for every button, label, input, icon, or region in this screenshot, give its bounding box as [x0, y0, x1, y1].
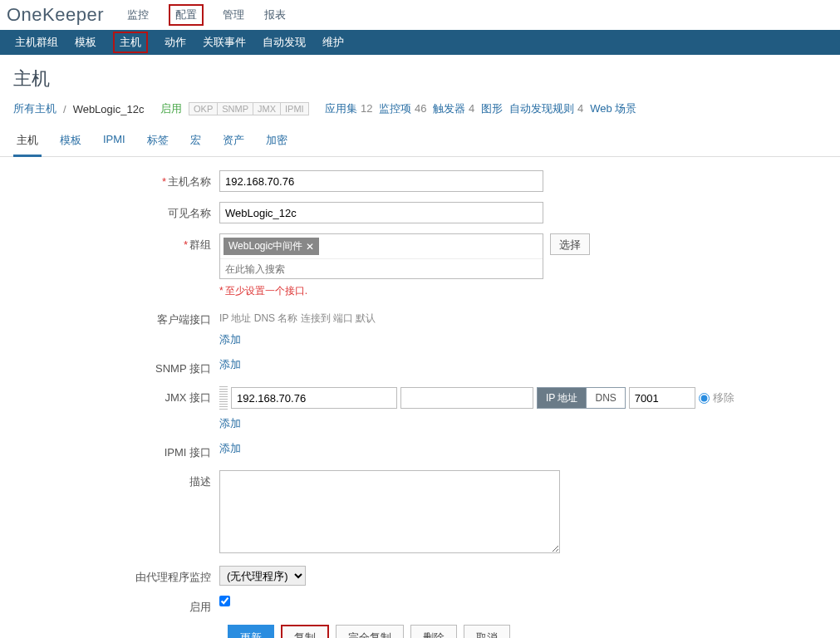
label-enable: 启用 [13, 596, 219, 615]
jmx-port-input[interactable] [629, 387, 695, 409]
subnav-hostgroup[interactable]: 主机群组 [15, 32, 58, 53]
subnav-action[interactable]: 动作 [165, 32, 186, 53]
iface-headers: IP 地址 DNS 名称 连接到 端口 默认 [219, 308, 801, 332]
subbar: 主机群组 模板 主机 动作 关联事件 自动发现 维护 [0, 30, 840, 55]
label-hostname: *主机名称 [13, 170, 219, 189]
jmx-row: IP 地址 DNS 移除 [219, 386, 801, 410]
visible-name-input[interactable] [219, 202, 543, 223]
crumb-all-hosts[interactable]: 所有主机 [13, 101, 56, 116]
client-iface-add[interactable]: 添加 [219, 333, 241, 346]
topnav-config[interactable]: 配置 [169, 4, 204, 26]
topbar: OneKeeper 监控 配置 管理 报表 [0, 0, 840, 30]
jmx-dns-input[interactable] [400, 387, 533, 409]
tag-okp: OKP [189, 102, 218, 115]
crumb-triggers[interactable]: 触发器 4 [433, 101, 474, 116]
enable-checkbox[interactable] [219, 596, 230, 606]
cancel-button[interactable]: 取消 [464, 625, 510, 638]
page-title: 主机 [0, 55, 840, 96]
subnav-event[interactable]: 关联事件 [203, 32, 246, 53]
label-proxy: 由代理程序监控 [13, 566, 219, 585]
crumb-graphs[interactable]: 图形 [481, 101, 503, 116]
iface-note: *至少设置一个接口. [219, 284, 801, 298]
label-client-iface: 客户端接口 [13, 308, 219, 327]
topnav-manage[interactable]: 管理 [223, 1, 244, 29]
button-row: 更新 复制 完全复制 删除 取消 [228, 625, 827, 638]
groups-box: WebLogic中间件✕ [219, 233, 543, 279]
tag-ipmi: IPMI [281, 102, 309, 115]
crumb-web[interactable]: Web 场景 [590, 101, 636, 116]
subnav-host[interactable]: 主机 [113, 32, 148, 53]
tab-ipmi[interactable]: IPMI [100, 126, 129, 156]
hostname-input[interactable] [219, 170, 543, 192]
full-clone-button[interactable]: 完全复制 [336, 625, 404, 638]
label-groups: *群组 [13, 233, 219, 253]
delete-button[interactable]: 删除 [410, 625, 457, 638]
crumb-host: WebLogic_12c [73, 103, 145, 115]
remove-chip-icon[interactable]: ✕ [306, 241, 314, 253]
tag-jmx: JMX [253, 102, 281, 115]
ipmi-iface-add[interactable]: 添加 [219, 442, 241, 454]
drag-handle-icon[interactable] [219, 386, 228, 410]
description-textarea[interactable] [219, 470, 560, 553]
crumb-disc[interactable]: 自动发现规则 4 [509, 101, 583, 116]
label-visible: 可见名称 [13, 202, 219, 221]
groups-select-button[interactable]: 选择 [550, 233, 590, 255]
crumb-sep: / [63, 103, 66, 115]
update-button[interactable]: 更新 [228, 625, 274, 638]
tab-macro[interactable]: 宏 [187, 126, 204, 156]
jmx-remove[interactable]: 移除 [713, 390, 734, 405]
proxy-select[interactable]: (无代理程序) [219, 566, 306, 586]
jmx-connect-toggle: IP 地址 DNS [537, 387, 626, 409]
tab-host[interactable]: 主机 [13, 126, 42, 157]
label-snmp-iface: SNMP 接口 [13, 357, 219, 376]
tab-asset[interactable]: 资产 [219, 126, 248, 156]
label-ipmi-iface: IPMI 接口 [13, 441, 219, 460]
jmx-default-radio[interactable] [699, 393, 710, 404]
subnav-maintain[interactable]: 维护 [322, 32, 344, 53]
seg-dns[interactable]: DNS [587, 387, 625, 409]
tab-tag[interactable]: 标签 [144, 126, 172, 156]
topnav-monitor[interactable]: 监控 [127, 1, 149, 29]
topnav-report[interactable]: 报表 [264, 1, 286, 29]
seg-ip[interactable]: IP 地址 [537, 387, 587, 409]
clone-button[interactable]: 复制 [281, 625, 329, 638]
breadcrumb: 所有主机 / WebLogic_12c 启用 OKP SNMP JMX IPMI… [0, 96, 840, 121]
tab-template[interactable]: 模板 [56, 126, 85, 156]
label-desc: 描述 [13, 470, 219, 489]
jmx-ip-input[interactable] [231, 387, 397, 409]
subnav-template[interactable]: 模板 [75, 32, 96, 53]
subnav-discovery[interactable]: 自动发现 [263, 32, 306, 53]
group-chip[interactable]: WebLogic中间件✕ [224, 238, 319, 255]
crumb-apps[interactable]: 应用集 12 [325, 101, 372, 116]
crumb-items[interactable]: 监控项 46 [379, 101, 426, 116]
tabrow: 主机 模板 IPMI 标签 宏 资产 加密 [0, 126, 840, 157]
host-form: *主机名称 可见名称 *群组 WebLogic中间件✕ 选择 *至少设置一个接口… [0, 157, 840, 638]
tag-snmp: SNMP [218, 102, 253, 115]
groups-search-input[interactable] [220, 258, 543, 278]
tab-encrypt[interactable]: 加密 [263, 126, 291, 156]
iface-tags: OKP SNMP JMX IPMI [189, 102, 309, 115]
topnav: 监控 配置 管理 报表 [119, 1, 294, 29]
label-jmx-iface: JMX 接口 [13, 386, 219, 405]
snmp-iface-add[interactable]: 添加 [219, 358, 241, 371]
brand-logo: OneKeeper [7, 4, 104, 26]
jmx-iface-add[interactable]: 添加 [219, 417, 241, 429]
crumb-enabled: 启用 [160, 101, 182, 116]
